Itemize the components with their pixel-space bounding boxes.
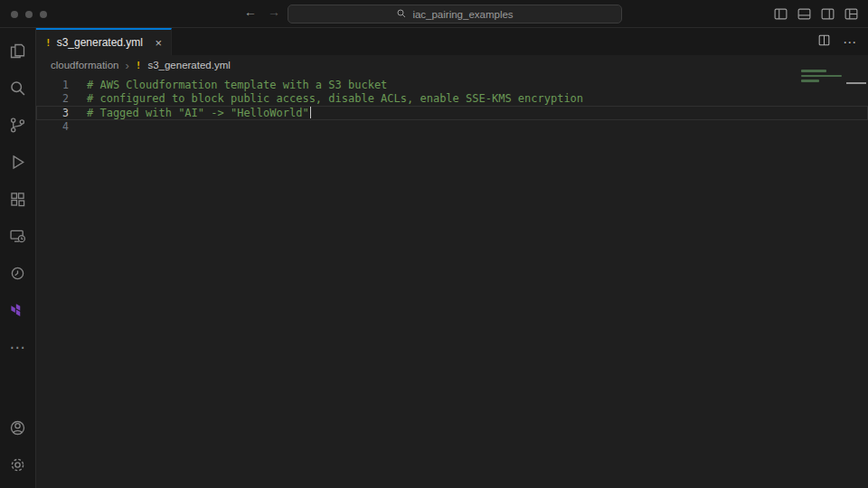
tab-s3-generated-yml[interactable]: ! s3_generated.yml × (36, 28, 172, 55)
minimap-line (801, 80, 819, 82)
terraform-icon[interactable] (0, 292, 36, 329)
line-number: 2 (36, 92, 69, 105)
overview-ruler-cursor-marker (846, 82, 866, 84)
explorer-icon[interactable] (0, 33, 36, 70)
minimap[interactable] (801, 70, 843, 85)
search-icon (396, 8, 407, 21)
vscode-window: ← → iac_pairing_examples (0, 0, 868, 488)
line-text: # Tagged with "AI" -> "HelloWorld" (69, 107, 309, 119)
activity-bar: ⋯ (0, 28, 36, 488)
tab-bar: ! s3_generated.yml × ⋯ (36, 28, 868, 55)
command-center-label: iac_pairing_examples (412, 9, 513, 20)
code-editor[interactable]: 1 # AWS Cloudformation template with a S… (36, 75, 868, 488)
tab-close-icon[interactable]: × (155, 36, 162, 50)
yaml-file-icon: ! (45, 37, 52, 49)
extensions-icon[interactable] (0, 181, 36, 218)
history-clock-icon[interactable] (0, 255, 36, 292)
split-editor-icon[interactable] (817, 33, 831, 51)
main-area: ⋯ ! s3_generated.yml × (0, 28, 868, 488)
code-line: 4 (36, 120, 868, 135)
more-actions-icon[interactable]: ⋯ (843, 35, 856, 49)
layout-controls (773, 6, 859, 22)
line-text: # AWS Cloudformation template with a S3 … (69, 79, 387, 91)
additional-views-icon[interactable]: ⋯ (0, 329, 36, 366)
settings-gear-icon[interactable] (0, 446, 36, 483)
line-number: 3 (36, 107, 69, 119)
window-minimize-button[interactable] (25, 11, 33, 18)
command-center-search[interactable]: iac_pairing_examples (288, 5, 622, 23)
line-text: # configured to block public access, dis… (69, 92, 583, 105)
toggle-secondary-sidebar-icon[interactable] (820, 6, 835, 22)
breadcrumb: cloudformation › ! s3_generated.yml (36, 55, 868, 75)
toggle-primary-sidebar-icon[interactable] (773, 6, 788, 22)
breadcrumb-folder[interactable]: cloudformation (51, 60, 118, 70)
history-nav: ← → (244, 5, 280, 19)
source-control-icon[interactable] (0, 107, 36, 144)
tab-label: s3_generated.yml (57, 36, 143, 49)
toggle-panel-icon[interactable] (797, 6, 812, 22)
yaml-file-icon: ! (136, 60, 142, 71)
window-maximize-button[interactable] (40, 11, 47, 18)
chevron-right-icon: › (125, 59, 128, 72)
text-cursor (310, 107, 312, 118)
window-controls (11, 11, 47, 18)
account-icon[interactable] (0, 409, 36, 446)
editor-actions: ⋯ (817, 28, 868, 55)
search-sidebar-icon[interactable] (0, 70, 36, 107)
customize-layout-icon[interactable] (844, 6, 859, 22)
title-bar: ← → iac_pairing_examples (0, 0, 868, 28)
minimap-line (801, 70, 826, 72)
line-number: 1 (36, 79, 69, 91)
breadcrumb-file[interactable]: s3_generated.yml (147, 60, 230, 70)
remote-explorer-icon[interactable] (0, 218, 36, 255)
forward-arrow-icon[interactable]: → (268, 5, 280, 19)
editor-group: ! s3_generated.yml × ⋯ cloudformation › … (36, 28, 868, 488)
code-line-active: 3 # Tagged with "AI" -> "HelloWorld" (36, 106, 868, 120)
code-line: 1 # AWS Cloudformation template with a S… (36, 78, 868, 92)
back-arrow-icon[interactable]: ← (244, 5, 257, 19)
line-number: 4 (36, 120, 69, 133)
run-debug-icon[interactable] (0, 144, 36, 181)
window-close-button[interactable] (11, 11, 18, 18)
minimap-line (801, 75, 842, 78)
code-line: 2 # configured to block public access, d… (36, 92, 868, 107)
